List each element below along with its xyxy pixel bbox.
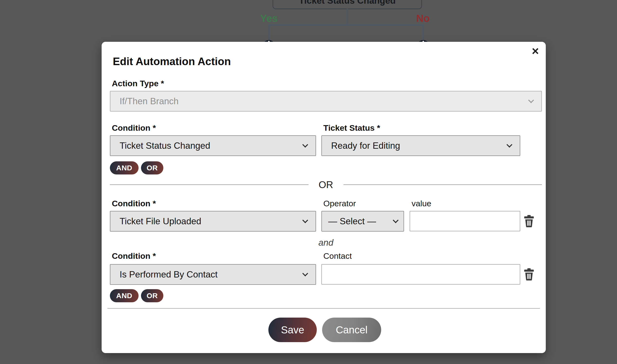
branch-label-yes: Yes	[260, 13, 278, 24]
condition-3-select[interactable]: Is Performed By Contact	[110, 264, 316, 285]
ticket-status-value: Ready for Editing	[331, 141, 400, 151]
cancel-button[interactable]: Cancel	[322, 318, 381, 342]
close-icon[interactable]: ×	[528, 44, 543, 58]
or-button-2[interactable]: OR	[141, 289, 163, 302]
or-button-1[interactable]: OR	[141, 161, 163, 174]
action-type-label: Action Type *	[112, 79, 164, 88]
or-divider: OR	[110, 178, 542, 191]
flow-connector-right-drop	[422, 24, 424, 42]
action-type-select: If/Then Branch	[110, 91, 542, 112]
ticket-status-select[interactable]: Ready for Editing	[321, 135, 520, 156]
action-type-value: If/Then Branch	[120, 96, 179, 106]
condition-3-value: Is Performed By Contact	[120, 270, 218, 280]
and-connector-text: and	[110, 238, 542, 248]
condition-1-label: Condition *	[112, 123, 156, 133]
divider-line	[110, 184, 309, 185]
flow-node-ticket-status: Ticket Status Changed	[273, 0, 422, 9]
chevron-down-icon	[302, 142, 308, 147]
and-button-1[interactable]: AND	[110, 161, 139, 174]
delete-condition-2-button[interactable]	[524, 215, 534, 228]
divider-line	[343, 184, 542, 185]
or-divider-text: OR	[309, 179, 343, 190]
trash-icon	[524, 268, 534, 281]
flow-connector-left-drop	[268, 24, 270, 42]
footer-divider	[107, 308, 540, 309]
flow-node-label: Ticket Status Changed	[273, 0, 421, 5]
flow-connector-horizontal	[268, 24, 424, 26]
condition-2-select[interactable]: Ticket File Uploaded	[110, 211, 316, 232]
contact-label: Contact	[323, 251, 352, 261]
operator-value: — Select —	[328, 216, 376, 226]
condition-2-label: Condition *	[112, 199, 156, 208]
condition-3-label: Condition *	[112, 251, 156, 261]
operator-select[interactable]: — Select —	[321, 211, 404, 232]
dialog-title: Edit Automation Action	[113, 55, 231, 67]
value-label: value	[412, 199, 431, 208]
chevron-down-icon	[393, 217, 398, 223]
condition-1-select[interactable]: Ticket Status Changed	[110, 135, 316, 156]
and-button-2[interactable]: AND	[110, 289, 139, 302]
delete-condition-3-button[interactable]	[524, 268, 534, 281]
chevron-down-icon	[506, 142, 512, 147]
operator-label: Operator	[323, 199, 356, 208]
save-button[interactable]: Save	[268, 318, 317, 342]
trash-icon	[524, 215, 534, 228]
contact-input[interactable]	[321, 264, 520, 285]
flow-connector-vertical	[347, 9, 348, 25]
edit-automation-action-dialog: × Edit Automation Action Action Type * I…	[102, 42, 546, 353]
condition-2-value: Ticket File Uploaded	[120, 216, 201, 226]
chevron-down-icon	[528, 97, 534, 103]
chevron-down-icon	[302, 217, 308, 223]
ticket-status-label: Ticket Status *	[323, 123, 380, 133]
condition-1-value: Ticket Status Changed	[120, 141, 210, 151]
branch-label-no: No	[416, 13, 430, 24]
value-input[interactable]	[410, 211, 520, 231]
chevron-down-icon	[302, 271, 308, 276]
